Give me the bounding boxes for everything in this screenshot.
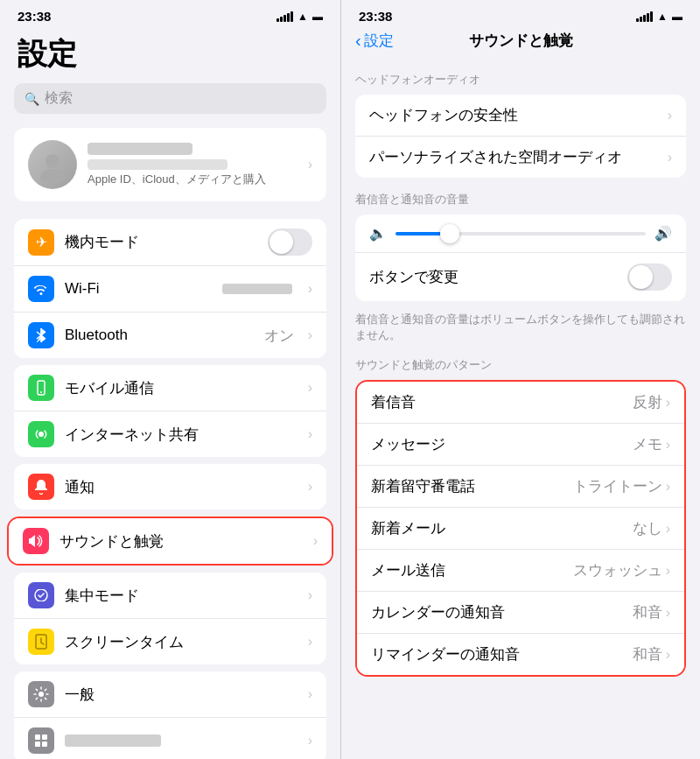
send-mail-label: メール送信 — [371, 560, 573, 580]
wifi-icon — [28, 276, 54, 302]
hotspot-icon — [28, 421, 54, 447]
reminder-value: 和音 — [633, 644, 662, 664]
general-icon — [28, 681, 54, 707]
message-item[interactable]: メッセージ メモ › — [357, 424, 684, 466]
patterns-section-label: サウンドと触覚のパターン — [341, 350, 700, 376]
left-time: 23:38 — [18, 9, 51, 24]
message-label: メッセージ — [371, 434, 633, 454]
reminder-chevron: › — [666, 647, 670, 663]
voicemail-item[interactable]: 新着留守番電話 トライトーン › — [357, 466, 684, 508]
network-group: モバイル通信 › インターネット共有 › — [14, 365, 326, 457]
connectivity-group: ✈ 機内モード Wi-Fi › Bluetooth オン — [14, 219, 326, 358]
control-center-blur — [65, 734, 161, 747]
right-content: ヘッドフォンオーディオ ヘッドフォンの安全性 › パーソナライズされた空間オーデ… — [341, 58, 700, 759]
right-status-icons: ▲ ▬ — [636, 11, 682, 23]
sound-chevron: › — [313, 533, 318, 549]
wifi-value-blur — [222, 284, 292, 294]
button-change-toggle[interactable] — [627, 264, 672, 291]
right-signal-icon — [636, 11, 653, 22]
general-item[interactable]: 一般 › — [14, 671, 326, 718]
back-button[interactable]: ‹ 設定 — [355, 31, 394, 51]
wifi-item[interactable]: Wi-Fi › — [14, 266, 326, 313]
general-group: 一般 › › — [14, 671, 326, 759]
volume-low-icon: 🔈 — [369, 225, 387, 242]
calendar-label: カレンダーの通知音 — [371, 602, 633, 622]
airplane-mode-item[interactable]: ✈ 機内モード — [14, 219, 326, 266]
bluetooth-label: Bluetooth — [65, 327, 254, 344]
hotspot-chevron: › — [308, 426, 312, 442]
voicemail-value: トライトーン — [573, 476, 662, 496]
hotspot-item[interactable]: インターネット共有 › — [14, 411, 326, 457]
airplane-toggle[interactable] — [268, 228, 312, 256]
message-value: メモ — [633, 434, 662, 454]
mobile-icon — [28, 375, 54, 401]
voicemail-chevron: › — [666, 479, 670, 495]
sound-icon — [23, 528, 49, 554]
control-center-icon — [28, 727, 54, 754]
slider-fill — [396, 232, 445, 235]
bluetooth-item[interactable]: Bluetooth オン › — [14, 313, 326, 358]
screentime-item[interactable]: スクリーンタイム › — [14, 619, 326, 664]
wifi-label: Wi-Fi — [65, 280, 212, 298]
settings-list: Apple ID、iCloud、メディアと購入 › ✈ 機内モード Wi-Fi … — [0, 124, 340, 759]
wifi-chevron: › — [308, 281, 312, 297]
spatial-audio-chevron: › — [668, 150, 672, 165]
notifications-label: 通知 — [65, 477, 298, 497]
new-mail-value: なし — [633, 518, 662, 538]
mobile-item[interactable]: モバイル通信 › — [14, 365, 326, 411]
ringtone-label: 着信音 — [371, 392, 633, 412]
svg-point-4 — [38, 432, 44, 437]
svg-point-0 — [46, 154, 60, 168]
new-mail-item[interactable]: 新着メール なし › — [357, 508, 684, 550]
button-change-item[interactable]: ボタンで変更 — [355, 253, 686, 301]
sound-group-highlighted: サウンドと触覚 › — [7, 517, 333, 566]
send-mail-chevron: › — [666, 563, 670, 579]
volume-slider[interactable] — [396, 232, 646, 235]
signal-icon — [276, 11, 293, 22]
sound-item[interactable]: サウンドと触覚 › — [9, 518, 332, 564]
search-bar[interactable]: 🔍 検索 — [14, 83, 326, 114]
back-chevron-icon: ‹ — [355, 31, 361, 51]
svg-rect-7 — [35, 734, 40, 740]
profile-name-blur — [88, 143, 192, 155]
hotspot-label: インターネット共有 — [65, 425, 298, 445]
focus-item[interactable]: 集中モード › — [14, 573, 326, 619]
bluetooth-icon — [28, 322, 54, 348]
bluetooth-value: オン — [264, 326, 294, 346]
reminder-item[interactable]: リマインダーの通知音 和音 › — [357, 634, 684, 675]
send-mail-item[interactable]: メール送信 スウォッシュ › — [357, 550, 684, 592]
slider-thumb[interactable] — [440, 224, 459, 243]
volume-group: 🔈 🔊 ボタンで変更 — [355, 214, 686, 301]
ringtone-value: 反射 — [633, 392, 662, 412]
left-status-icons: ▲ ▬ — [276, 11, 323, 23]
bluetooth-chevron: › — [308, 327, 312, 343]
svg-rect-9 — [35, 741, 40, 747]
mobile-label: モバイル通信 — [65, 378, 298, 398]
svg-rect-8 — [42, 734, 47, 740]
spatial-audio-item[interactable]: パーソナライズされた空間オーディオ › — [355, 137, 686, 178]
profile-card[interactable]: Apple ID、iCloud、メディアと購入 › — [14, 128, 326, 201]
airplane-label: 機内モード — [65, 232, 257, 252]
back-label: 設定 — [364, 31, 394, 51]
patterns-group: 着信音 反射 › メッセージ メモ › 新着留守番電話 トライトーン › 新着メ… — [355, 380, 686, 677]
screentime-label: スクリーンタイム — [65, 632, 298, 652]
svg-rect-10 — [42, 741, 47, 747]
headphone-group: ヘッドフォンの安全性 › パーソナライズされた空間オーディオ › — [355, 95, 686, 178]
ringtone-item[interactable]: 着信音 反射 › — [357, 382, 684, 424]
profile-info: Apple ID、iCloud、メディアと購入 — [88, 143, 298, 187]
left-status-bar: 23:38 ▲ ▬ — [0, 0, 340, 27]
headphone-safety-item[interactable]: ヘッドフォンの安全性 › — [355, 95, 686, 137]
mobile-chevron: › — [308, 380, 312, 396]
new-mail-label: 新着メール — [371, 518, 633, 538]
control-center-item[interactable]: › — [14, 718, 326, 759]
sound-label: サウンドと触覚 — [60, 531, 303, 552]
screentime-icon — [28, 629, 54, 655]
general-label: 一般 — [65, 685, 298, 705]
profile-subtitle: Apple ID、iCloud、メディアと購入 — [88, 172, 298, 187]
volume-high-icon: 🔊 — [654, 225, 672, 242]
notifications-item[interactable]: 通知 › — [14, 464, 326, 510]
wifi-icon: ▲ — [298, 11, 308, 23]
headphone-safety-chevron: › — [668, 108, 672, 123]
calendar-item[interactable]: カレンダーの通知音 和音 › — [357, 592, 684, 634]
right-nav-title: サウンドと触覚 — [469, 31, 573, 51]
